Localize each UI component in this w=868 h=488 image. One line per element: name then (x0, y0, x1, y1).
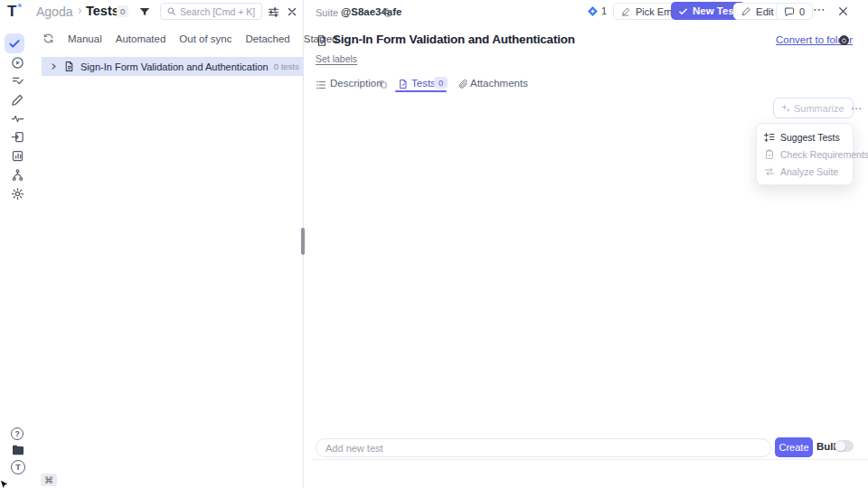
suite-doc-icon (63, 61, 75, 72)
list-check-icon (11, 74, 25, 88)
suite-title-doc-icon (316, 34, 328, 47)
toggle-knob (835, 441, 845, 451)
sidebar-item-tests[interactable] (5, 33, 24, 53)
suite-id: @S8ae34afe (341, 6, 401, 17)
tree-row-meta: 0 tests (274, 61, 299, 71)
menu-item-label: Analyze Suite (780, 166, 838, 177)
set-labels-link[interactable]: Set labels (316, 53, 357, 64)
chevron-right-icon[interactable] (50, 62, 58, 70)
breadcrumb-separator: › (78, 3, 82, 17)
paperclip-icon (458, 79, 468, 89)
clipboard-check-icon (764, 149, 775, 160)
tab-manual[interactable]: Manual (68, 33, 102, 44)
help-icon: ? (11, 427, 24, 440)
tab-detached[interactable]: Detached (246, 33, 290, 44)
summarize-split-button: Summarize ⋯ (773, 98, 854, 118)
emoji-pen-icon (621, 6, 631, 16)
copy-suite-id-icon[interactable] (382, 7, 392, 18)
mouse-cursor (0, 480, 9, 488)
sync-filter-icon[interactable] (42, 33, 54, 44)
convert-to-folder-icon[interactable] (838, 34, 850, 46)
profile-button[interactable]: T (11, 460, 26, 475)
check-icon (8, 37, 21, 50)
tab-out-of-sync[interactable]: Out of sync (179, 33, 231, 44)
sparkles-icon (780, 103, 790, 113)
menu-item-suggest-tests[interactable]: Suggest Tests (757, 128, 853, 145)
tree-row-title: Sign-In Form Validation and Authenticati… (80, 61, 269, 72)
filter-settings-icon[interactable] (268, 6, 279, 18)
analyze-arrows-icon (764, 166, 775, 177)
add-test-input[interactable] (316, 438, 771, 457)
sidebar-item-import[interactable] (11, 130, 25, 145)
create-button[interactable]: Create (775, 437, 813, 457)
keyboard-shortcuts-button[interactable]: ⌘ (41, 474, 57, 486)
sidebar-item-plans[interactable] (11, 74, 25, 89)
breadcrumb-section[interactable]: Tests (86, 4, 119, 18)
menu-item-label: Suggest Tests (780, 132, 840, 143)
projects-button[interactable] (11, 443, 25, 457)
suite-tree-row[interactable]: Sign-In Form Validation and Authenticati… (42, 57, 303, 76)
copy-description-icon[interactable] (378, 80, 388, 89)
ai-actions-menu: Suggest Tests Check Requirements Analyze… (756, 123, 854, 185)
comment-bubble-icon (784, 6, 795, 17)
comments-count: 0 (799, 6, 805, 17)
gear-icon (11, 187, 25, 201)
tab-description[interactable]: Description (330, 78, 382, 89)
search-box (160, 3, 262, 20)
tab-attachments[interactable]: Attachments (470, 78, 528, 89)
menu-item-analyze-suite[interactable]: Analyze Suite (757, 163, 853, 180)
search-input[interactable] (180, 6, 256, 17)
suite-label: Suite (316, 7, 338, 18)
report-chart-icon (11, 149, 25, 163)
left-rail: ? T (0, 0, 36, 488)
more-actions-button[interactable]: ⋯ (813, 2, 826, 16)
folder-icon (11, 443, 25, 457)
edit-button[interactable]: Edit (733, 3, 782, 20)
app-logo[interactable]: T (7, 3, 16, 21)
pulse-icon (11, 112, 25, 126)
logo-accent-dot (18, 4, 22, 7)
tests-doc-icon (398, 79, 409, 89)
tab-tests-count-badge: 0 (434, 77, 448, 89)
issue-count: 1 (601, 5, 607, 16)
composer-bottom-divider (312, 459, 868, 460)
menu-item-label: Check Requirements (780, 149, 868, 160)
breadcrumb-project[interactable]: Agoda (36, 5, 72, 19)
app-root: ? T ⌘ T Agoda › Tests 0 Manual Automated… (0, 0, 868, 488)
pencil-icon (11, 93, 25, 107)
edit-label: Edit (756, 6, 774, 17)
profile-logo-icon: T (11, 460, 25, 474)
check-icon (678, 6, 688, 16)
filter-tabs: Manual Automated Out of sync Detached St… (42, 33, 337, 44)
active-tab-underline (395, 90, 447, 92)
sidebar-item-drafts[interactable] (11, 93, 25, 108)
sidebar-item-settings[interactable] (11, 187, 25, 202)
branch-icon (11, 168, 25, 182)
close-filter-icon[interactable] (287, 6, 297, 17)
panel-resize-handle[interactable] (301, 228, 305, 255)
tab-automated[interactable]: Automated (116, 33, 166, 44)
bulk-toggle[interactable] (835, 440, 854, 452)
summarize-more-button[interactable]: ⋯ (851, 99, 862, 117)
filter-funnel-icon[interactable] (138, 5, 151, 18)
menu-item-check-requirements[interactable]: Check Requirements (757, 145, 853, 163)
import-box-icon (11, 130, 25, 144)
edit-pencil-icon (741, 6, 751, 16)
tab-tests[interactable]: Tests (411, 78, 436, 89)
summarize-button[interactable]: Summarize (774, 99, 851, 117)
play-circle-icon (11, 56, 25, 70)
suite-title: Sign-In Form Validation and Authenticati… (333, 33, 575, 46)
close-panel-icon[interactable] (837, 5, 849, 17)
suggest-tests-icon (764, 132, 775, 143)
sidebar-item-branches[interactable] (11, 168, 25, 183)
description-list-icon (316, 80, 326, 90)
sidebar-item-pulse[interactable] (11, 112, 25, 127)
new-test-label: New Test (693, 5, 738, 16)
issue-diamond-icon[interactable] (587, 5, 599, 17)
sidebar-item-runs[interactable] (11, 56, 25, 70)
comments-button[interactable]: 0 (776, 3, 813, 20)
command-icon: ⌘ (44, 475, 53, 485)
help-button[interactable]: ? (11, 427, 25, 442)
summarize-label: Summarize (794, 103, 844, 114)
sidebar-item-reports[interactable] (11, 149, 25, 164)
